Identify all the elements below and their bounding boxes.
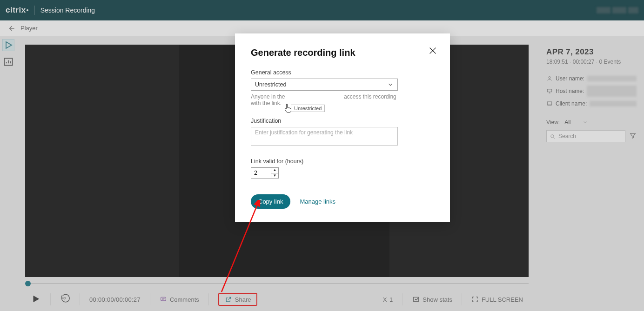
select-tooltip: Unrestricted (291, 105, 325, 112)
manage-links-button[interactable]: Manage links (300, 198, 335, 205)
justification-input[interactable] (251, 127, 398, 146)
justification-label: Justification (251, 118, 434, 124)
justification-field: Justification (251, 118, 434, 147)
general-access-help: Anyone in the xxxxxxxxxxxxxxxxxxxx acces… (251, 93, 398, 106)
link-valid-input[interactable] (251, 168, 271, 178)
general-access-value: Unrestricted (255, 81, 286, 88)
general-access-label: General access (251, 69, 434, 76)
link-valid-label: Link valid for (hours) (251, 158, 434, 165)
modal-title: Generate recording link (251, 47, 434, 58)
stepper-up[interactable]: ▲ (271, 168, 278, 173)
close-button[interactable] (428, 46, 438, 57)
generate-link-modal: Generate recording link General access U… (235, 33, 450, 222)
chevron-down-icon (387, 81, 394, 88)
link-valid-stepper[interactable]: ▲ ▼ (251, 167, 279, 179)
general-access-field: General access Unrestricted Anyone in th… (251, 69, 434, 106)
modal-actions: Copy link Manage links (251, 194, 434, 209)
stepper-down[interactable]: ▼ (271, 173, 278, 179)
close-icon (428, 46, 438, 56)
general-access-select[interactable]: Unrestricted (251, 79, 398, 91)
copy-link-button[interactable]: Copy link (251, 194, 290, 209)
link-valid-field: Link valid for (hours) ▲ ▼ (251, 158, 434, 179)
